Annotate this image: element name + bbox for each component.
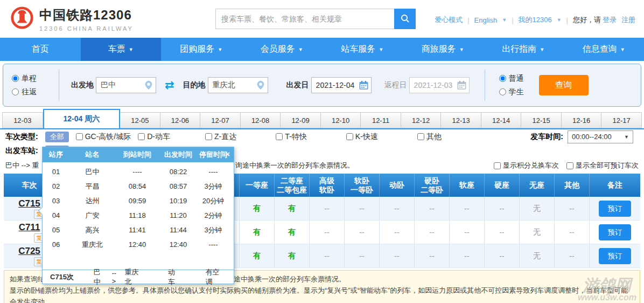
- show-all-bookable-checkbox[interactable]: 显示全部可预订车次: [566, 161, 639, 170]
- date-tab[interactable]: 12-17: [601, 112, 642, 128]
- search-icon: [400, 13, 410, 25]
- popup-header-arrive: 到站时间: [115, 150, 159, 160]
- date-tab[interactable]: 12-08: [241, 112, 281, 128]
- close-icon[interactable]: ×: [225, 149, 230, 159]
- stop-row: 01巴中----08:22----: [43, 164, 234, 179]
- date-tab[interactable]: 12-05: [120, 112, 160, 128]
- notice-line-2: 显示的卧铺票价均为上铺票价，供您参考。具体票价以您确认支付时实际购买的铺别票价为…: [10, 285, 634, 303]
- popup-header-stop: 停留时间: [197, 150, 229, 160]
- popup-to-station: 重庆北: [124, 267, 145, 287]
- filter-gc-checkbox[interactable]: GC-高铁/城际: [76, 132, 131, 142]
- result-summary-right: 询途中换乘一次的部分列车余票情况。: [235, 161, 354, 170]
- separator: |: [566, 16, 568, 24]
- nav-item-info[interactable]: 信息查询▼: [564, 38, 644, 61]
- filter-other-checkbox[interactable]: 其他: [417, 132, 442, 142]
- seat-cell: --: [449, 221, 484, 244]
- date-tab[interactable]: 12-11: [361, 112, 401, 128]
- nav-item-home[interactable]: 首页: [0, 38, 81, 61]
- query-button[interactable]: 查询: [539, 75, 589, 95]
- train-number-link[interactable]: C715: [18, 198, 40, 209]
- date-tab[interactable]: 12-14: [481, 112, 522, 128]
- seat-cell: --: [449, 244, 484, 267]
- date-tab[interactable]: 12-06: [160, 112, 201, 128]
- nav-item-guide[interactable]: 出行指南▼: [483, 38, 564, 61]
- depart-time-label: 发车时间:: [530, 132, 563, 142]
- search-button[interactable]: [394, 9, 416, 29]
- swap-stations-icon[interactable]: ⇄: [165, 79, 174, 92]
- depart-date-box: [311, 77, 372, 93]
- english-link[interactable]: English: [474, 16, 498, 24]
- train-type-all-badge[interactable]: 全部: [45, 132, 69, 142]
- seat-cell: --: [344, 197, 379, 220]
- logo-subtitle: 12306 CHINA RAILWAY: [39, 25, 134, 32]
- separator: |: [512, 16, 513, 24]
- filter-d-checkbox[interactable]: D-动车: [138, 132, 170, 142]
- popup-train-number: C715次: [50, 272, 94, 282]
- date-tab-active[interactable]: 12-04 周六: [43, 109, 121, 128]
- train-number-link[interactable]: C711: [19, 222, 40, 233]
- date-tab[interactable]: 12-13: [441, 112, 481, 128]
- seat-cell: --: [484, 221, 519, 244]
- date-tab[interactable]: 12-07: [200, 112, 241, 128]
- book-button[interactable]: 预订: [599, 224, 631, 240]
- register-link[interactable]: 注册: [621, 15, 635, 25]
- header-other: 其他: [554, 174, 589, 197]
- seat-cell: 有: [239, 197, 274, 220]
- one-way-radio[interactable]: 单程: [12, 74, 59, 84]
- header-second-class: 二等座 二等包座: [274, 174, 309, 197]
- round-trip-radio[interactable]: 往返: [12, 87, 59, 97]
- depart-time-select[interactable]: 00:00--24:00 ▼: [568, 130, 633, 143]
- from-label: 出发地: [71, 80, 94, 90]
- search-bar: [215, 9, 416, 29]
- date-tab[interactable]: 12-12: [401, 112, 442, 128]
- login-link[interactable]: 登录: [603, 15, 617, 25]
- show-points-trains-checkbox[interactable]: 显示积分兑换车次: [494, 161, 559, 170]
- header-first-class: 一等座: [239, 174, 274, 197]
- nav-item-business[interactable]: 商旅服务▼: [403, 38, 484, 61]
- calendar-icon[interactable]: [359, 80, 369, 92]
- seat-cell: --: [554, 221, 589, 244]
- seat-cell: --: [414, 197, 449, 220]
- normal-passenger-radio[interactable]: 普通: [499, 74, 524, 84]
- my12306-link[interactable]: 我的12306: [519, 15, 552, 25]
- filter-k-checkbox[interactable]: K-快速: [346, 132, 378, 142]
- student-passenger-radio[interactable]: 学生: [499, 87, 524, 97]
- chevron-down-icon: ▼: [540, 47, 544, 52]
- nav-item-station[interactable]: 站车服务▼: [322, 38, 403, 61]
- date-tabs: 12-03 12-04 周六 12-05 12-06 12-07 12-08 1…: [0, 110, 644, 129]
- nav-item-tickets[interactable]: 车票▼: [81, 38, 162, 61]
- nav-item-group[interactable]: 团购服务▼: [161, 38, 242, 61]
- chevron-down-icon: ▼: [502, 17, 507, 23]
- chevron-down-icon: ▼: [624, 134, 629, 140]
- date-tab[interactable]: 12-09: [281, 112, 321, 128]
- book-button[interactable]: 预订: [599, 201, 631, 217]
- header-premium-soft-sleeper: 高级 软卧: [309, 174, 344, 197]
- seat-cell: --: [379, 221, 414, 244]
- date-tab[interactable]: 12-16: [562, 112, 602, 128]
- seat-cell: --: [484, 244, 519, 267]
- location-pin-icon[interactable]: [256, 80, 265, 92]
- filter-z-checkbox[interactable]: Z-直达: [205, 132, 236, 142]
- stop-row: 05高兴11:4111:443分钟: [43, 223, 234, 237]
- return-date-box: [409, 77, 470, 93]
- love-mode-link[interactable]: 爱心模式: [435, 15, 463, 25]
- chevron-down-icon: ▼: [379, 47, 383, 52]
- logo[interactable]: 中国铁路12306 12306 CHINA RAILWAY: [10, 5, 134, 32]
- search-input[interactable]: [215, 9, 394, 29]
- chevron-down-icon: ▼: [620, 47, 625, 52]
- from-field-box: [96, 77, 156, 93]
- filter-t-checkbox[interactable]: T-特快: [276, 132, 306, 142]
- date-tab[interactable]: 12-03: [2, 112, 43, 128]
- seat-cell: 有: [239, 221, 274, 244]
- seat-cell: --: [414, 221, 449, 244]
- book-button[interactable]: 预订: [599, 248, 631, 264]
- train-number-link[interactable]: C725: [18, 246, 40, 257]
- location-pin-icon[interactable]: [144, 80, 153, 92]
- nav-item-member[interactable]: 会员服务▼: [242, 38, 323, 61]
- date-tab[interactable]: 12-15: [521, 112, 562, 128]
- depart-station-label: 出发车站:: [5, 146, 38, 156]
- date-tab[interactable]: 12-10: [321, 112, 361, 128]
- popup-body: 01巴中----08:22---- 02平昌08:5408:573分钟 03达州…: [43, 162, 234, 270]
- header-hard-sleeper: 硬卧 二等卧: [414, 174, 449, 197]
- greeting-text: 您好，请: [573, 15, 601, 25]
